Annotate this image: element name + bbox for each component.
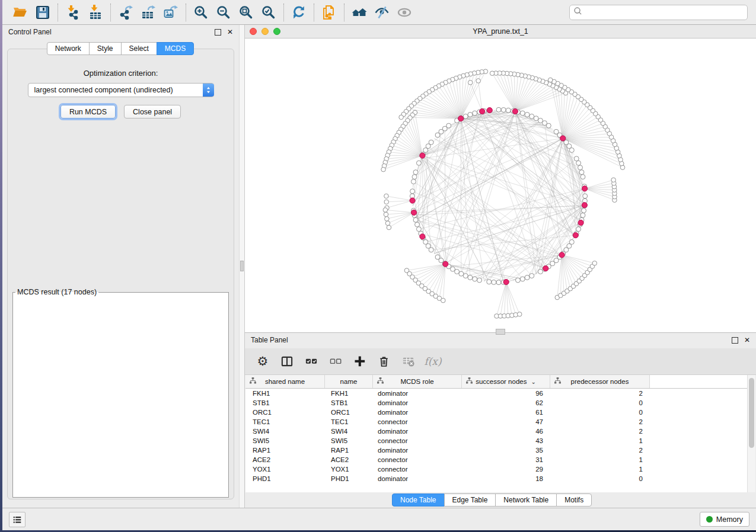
toolbar-group — [6, 4, 57, 21]
zoom-fit-icon[interactable] — [237, 4, 255, 21]
toolbar-separator — [344, 4, 344, 21]
show-columns-icon[interactable] — [304, 354, 318, 368]
cell-predecessor-nodes: 2 — [550, 447, 650, 454]
cell-predecessor-nodes: 0 — [550, 409, 650, 416]
cell-predecessor-nodes: 0 — [550, 399, 650, 406]
search-input[interactable] — [585, 8, 744, 17]
table-float-panel-icon[interactable] — [732, 337, 738, 344]
column-layout-icon[interactable] — [280, 354, 294, 368]
import-table-icon[interactable] — [87, 4, 104, 21]
refresh-view-icon[interactable] — [290, 4, 308, 21]
right-column: YPA_prune.txt_1 Table Panel ✕ ⚙f(x) — [245, 25, 756, 508]
horizontal-splitter-handle[interactable] — [496, 329, 505, 335]
close-panel-icon[interactable]: ✕ — [227, 28, 233, 36]
toolbar-separator — [283, 4, 284, 21]
toolbar-group — [315, 4, 343, 21]
column-header-MCDS-role[interactable]: MCDS role — [373, 375, 462, 388]
table-scrollbar-thumb[interactable] — [749, 378, 754, 448]
memory-button[interactable]: Memory — [700, 512, 749, 527]
save-session-icon[interactable] — [34, 4, 52, 21]
zoom-out-icon[interactable] — [215, 4, 232, 21]
column-tree-icon — [466, 377, 473, 385]
table-row[interactable]: YOX1YOX1connector291 — [245, 464, 747, 474]
cell-shared-name: STB1 — [245, 399, 325, 406]
table-row[interactable]: PHD1PHD1dominator180 — [245, 474, 747, 483]
cell-predecessor-nodes: 2 — [550, 390, 650, 397]
export-image-icon[interactable] — [162, 4, 180, 21]
delete-table-icon — [401, 354, 416, 368]
column-header-shared-name[interactable]: shared name — [245, 375, 325, 388]
table-row[interactable]: SWI5SWI5connector431 — [245, 436, 747, 446]
table-row[interactable]: ORC1ORC1dominator610 — [245, 408, 747, 417]
task-list-icon — [13, 515, 21, 524]
float-panel-icon[interactable] — [215, 29, 221, 36]
zoom-in-icon[interactable] — [192, 4, 210, 21]
column-header-successor-nodes[interactable]: successor nodes⌄ — [462, 375, 550, 388]
column-header-name[interactable]: name — [325, 375, 373, 388]
optimization-criterion-label: Optimization criterion: — [84, 69, 158, 78]
window-minimize-button[interactable] — [261, 28, 269, 35]
column-label: MCDS role — [400, 378, 433, 385]
duplicate-network-icon[interactable] — [320, 4, 338, 21]
close-mcds-panel-button[interactable]: Close panel — [124, 105, 181, 118]
cell-shared-name: SWI4 — [245, 428, 325, 435]
control-panel-title: Control Panel — [8, 28, 215, 36]
cell-successor-nodes: 62 — [462, 399, 550, 406]
main-row: Control Panel ✕ NetworkStyleSelectMCDS O… — [2, 25, 756, 508]
window-close-button[interactable] — [250, 28, 257, 35]
hide-columns-icon[interactable] — [328, 354, 343, 368]
network-view[interactable] — [245, 39, 756, 332]
cell-shared-name: YOX1 — [245, 466, 325, 473]
open-session-icon[interactable] — [11, 4, 29, 21]
tab-motifs[interactable]: Motifs — [556, 493, 592, 507]
cell-predecessor-nodes: 0 — [550, 475, 650, 482]
run-mcds-button[interactable]: Run MCDS — [60, 105, 116, 118]
vertical-splitter-handle[interactable] — [240, 261, 244, 271]
table-row[interactable]: STB1STB1dominator620 — [245, 398, 747, 408]
import-network-icon[interactable] — [64, 4, 82, 21]
zoom-selected-icon[interactable] — [260, 4, 277, 21]
add-row-icon[interactable] — [353, 354, 367, 368]
search-box[interactable] — [569, 5, 748, 20]
table-close-panel-icon[interactable]: ✕ — [744, 336, 750, 344]
tab-edge-table[interactable]: Edge Table — [444, 493, 496, 507]
hide-unselected-icon[interactable] — [373, 4, 391, 21]
table-row[interactable]: ACE2ACE2connector311 — [245, 455, 747, 464]
tab-network-table[interactable]: Network Table — [495, 493, 557, 507]
cell-MCDS-role: dominator — [373, 399, 462, 406]
export-table-icon[interactable] — [139, 4, 157, 21]
optimization-criterion-select[interactable]: largest connected component (undirected) — [28, 83, 214, 97]
column-header-predecessor-nodes[interactable]: predecessor nodes — [550, 375, 650, 388]
table-row[interactable]: FKH1FKH1dominator962 — [245, 389, 747, 398]
tab-style[interactable]: Style — [89, 42, 122, 55]
tab-node-table[interactable]: Node Table — [392, 493, 445, 507]
memory-label: Memory — [716, 515, 743, 524]
toolbar-group — [345, 4, 419, 21]
control-panel: Control Panel ✕ NetworkStyleSelectMCDS O… — [2, 25, 239, 508]
cell-MCDS-role: connector — [373, 466, 462, 473]
table-panel-title: Table Panel — [251, 336, 732, 344]
table-scrollbar[interactable] — [747, 375, 755, 492]
tab-mcds[interactable]: MCDS — [157, 42, 194, 55]
table-row[interactable]: TEC1TEC1connector472 — [245, 417, 747, 427]
tab-network[interactable]: Network — [47, 42, 90, 55]
task-history-button[interactable] — [9, 512, 25, 527]
cell-name: RAP1 — [325, 447, 373, 454]
settings-gear-icon[interactable]: ⚙ — [256, 354, 270, 368]
function-builder-icon: f(x) — [426, 354, 440, 368]
vertical-splitter[interactable] — [239, 25, 245, 508]
mcds-result-list[interactable]: PHD1CAR1STP4TID3YOX1SWI4SRD1PMA2FKH1ACE2… — [14, 297, 220, 298]
table-row[interactable]: RAP1RAP1dominator352 — [245, 446, 747, 455]
column-label: successor nodes — [476, 378, 527, 385]
home-layout-icon[interactable] — [350, 4, 368, 21]
cell-name: FKH1 — [325, 390, 373, 397]
toolbar-separator — [186, 4, 186, 21]
main-toolbar — [2, 0, 756, 25]
table-row[interactable]: SWI4SWI4dominator462 — [245, 427, 747, 436]
export-network-icon[interactable] — [117, 4, 135, 21]
toolbar-group — [285, 4, 313, 21]
delete-row-icon[interactable] — [377, 354, 391, 368]
window-zoom-button[interactable] — [273, 28, 280, 35]
tab-select[interactable]: Select — [121, 42, 157, 55]
cell-predecessor-nodes: 2 — [550, 418, 650, 425]
